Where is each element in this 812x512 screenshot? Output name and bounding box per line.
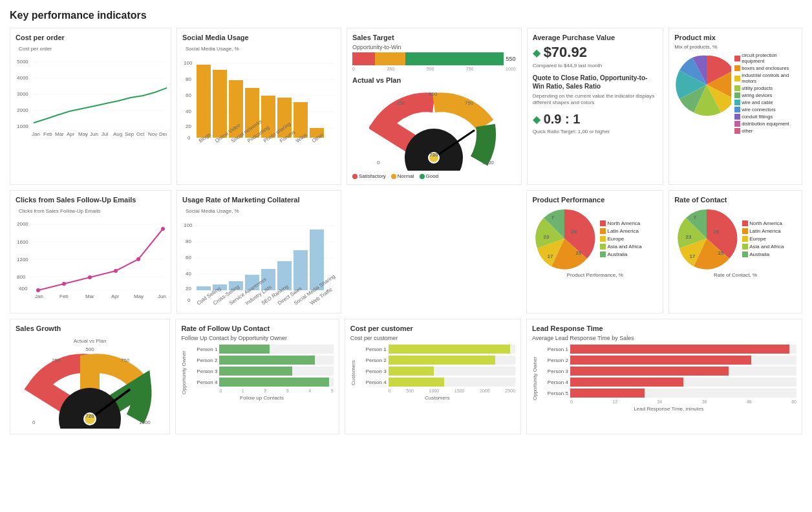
svg-text:28: 28 <box>572 229 577 235</box>
svg-text:2000: 2000 <box>17 107 28 113</box>
usage-rate-chart: Social Media Usage, % 100 80 60 40 20 0 <box>182 206 337 306</box>
clicks-followup-title: Clicks from Sales Follow-Up Emails <box>16 196 166 204</box>
svg-text:25: 25 <box>576 250 582 256</box>
clicks-followup-chart: Clicks from Sales Follow-Up Emails 2000 … <box>16 206 167 300</box>
svg-text:1200: 1200 <box>17 257 28 262</box>
svg-point-74 <box>114 269 118 273</box>
social-media-card: Social Media Usage Social Media Usage, %… <box>176 28 341 185</box>
page-title: Key performance indicators <box>10 10 802 21</box>
svg-text:Cost per order: Cost per order <box>19 46 52 52</box>
sales-growth-gauge: Actual vs Plan 500 720 0 250 750 1000 <box>21 335 160 429</box>
svg-text:1000: 1000 <box>17 123 28 129</box>
cost-per-order-chart: Cost per order 5000 4000 3000 2000 1000 … <box>16 44 167 141</box>
cost-per-customer-card: Cost per customer Cost per customer Cust… <box>345 319 521 434</box>
svg-text:100: 100 <box>184 222 193 228</box>
opportunity-label: Opportunity-to-Win <box>352 44 516 50</box>
normal-legend: Normal <box>391 173 414 179</box>
svg-text:0: 0 <box>377 160 380 165</box>
svg-text:250: 250 <box>52 357 61 363</box>
svg-text:7: 7 <box>694 215 697 220</box>
followup-row-3: Person 3 <box>190 367 333 376</box>
product-performance-card: Product Performance <box>526 190 663 314</box>
svg-text:1000: 1000 <box>482 160 494 165</box>
svg-rect-36 <box>213 70 227 138</box>
social-media-title: Social Media Usage <box>182 34 336 41</box>
lead-response-card: Lead Response Time Average Lead Response… <box>526 319 802 434</box>
svg-text:Clicks from Sales Follow-Up Em: Clicks from Sales Follow-Up Emails <box>19 208 100 214</box>
sales-target-title: Sales Target <box>352 34 516 41</box>
svg-text:100: 100 <box>184 60 193 66</box>
product-mix-card: Product mix Mix of products, % circuit p… <box>668 28 802 185</box>
cost-per-customer-chart-title: Cost per customer <box>350 335 515 341</box>
svg-point-73 <box>88 275 92 279</box>
svg-point-75 <box>136 257 140 261</box>
lead-response-x-label: Lead Response Time, minutes <box>541 406 796 412</box>
actual-vs-plan-gauge: 0 250 500 750 1000 720 <box>369 87 498 171</box>
svg-text:Apr: Apr <box>67 131 75 137</box>
svg-text:0: 0 <box>32 420 36 425</box>
svg-text:40: 40 <box>186 271 191 277</box>
lead-response-chart-title: Average Lead Response Time by Sales <box>532 335 796 341</box>
product-mix-pie <box>674 52 731 117</box>
cost-customer-row-2: Person 2 <box>359 356 515 365</box>
svg-text:Apr: Apr <box>111 293 120 299</box>
sales-growth-title: Sales Growth <box>16 325 164 332</box>
svg-text:Mar: Mar <box>85 293 94 299</box>
cost-customer-x-label: Customers <box>359 395 515 401</box>
svg-text:Actual vs Plan: Actual vs Plan <box>73 338 106 344</box>
cost-customer-row-4: Person 4 <box>359 378 515 387</box>
svg-text:800: 800 <box>17 274 26 280</box>
svg-rect-101 <box>294 250 308 290</box>
svg-text:0: 0 <box>187 135 191 141</box>
followup-row-4: Person 4 <box>190 378 333 387</box>
avg-purchase-value: $70.92 <box>544 44 587 61</box>
svg-text:20: 20 <box>186 286 191 292</box>
followup-x-label: Follow up Contacts <box>190 395 333 401</box>
cost-customer-row-3: Person 3 <box>359 367 515 376</box>
svg-text:Jan: Jan <box>35 293 43 299</box>
avg-purchase-card: Average Purchase Value ◆ $70.92 Compared… <box>527 28 664 185</box>
product-performance-pie: 28 25 17 23 7 <box>532 206 597 271</box>
svg-text:Jun: Jun <box>90 131 98 137</box>
followup-row-1: Person 1 <box>190 345 333 354</box>
cost-per-order-title: Cost per order <box>16 34 166 41</box>
svg-text:3000: 3000 <box>17 91 28 97</box>
svg-text:17: 17 <box>548 253 553 259</box>
spacer-col3 <box>347 190 521 314</box>
sales-target-card: Sales Target Opportunity-to-Win 550 0250… <box>347 28 522 185</box>
svg-text:Feb: Feb <box>59 293 69 299</box>
svg-text:Mar: Mar <box>55 131 64 137</box>
lead-row-5: Person 5 <box>541 389 796 398</box>
svg-text:20: 20 <box>186 123 191 129</box>
svg-rect-95 <box>197 286 211 290</box>
svg-rect-35 <box>197 65 211 138</box>
svg-text:Sep: Sep <box>125 131 134 137</box>
svg-text:17: 17 <box>690 253 696 259</box>
svg-text:Dec: Dec <box>159 131 167 137</box>
cost-per-order-card: Cost per order Cost per order 5000 4000 … <box>10 28 171 185</box>
svg-rect-41 <box>294 102 308 138</box>
svg-text:80: 80 <box>186 76 191 82</box>
usage-rate-card: Usage Rate of Marketing Collateral Socia… <box>176 190 341 314</box>
ratio-title: Quote to Close Ratio, Opportunity-to-Win… <box>533 74 658 91</box>
satisfactory-legend: Satisfactory <box>352 173 386 179</box>
svg-text:Nov: Nov <box>148 131 157 137</box>
svg-text:Social Media Usage, %: Social Media Usage, % <box>186 46 239 52</box>
followup-contact-title: Rate of Follow Up Contact <box>181 325 333 332</box>
svg-text:500: 500 <box>429 91 438 97</box>
svg-text:23: 23 <box>544 234 550 240</box>
svg-text:4000: 4000 <box>17 75 28 81</box>
rate-of-contact-card: Rate of Contact 28 25 17 23 7 North Amer… <box>668 190 802 314</box>
lead-response-title: Lead Response Time <box>532 325 796 332</box>
svg-text:1600: 1600 <box>17 239 28 245</box>
avg-purchase-title: Average Purchase Value <box>533 34 658 41</box>
clicks-followup-card: Clicks from Sales Follow-Up Emails Click… <box>10 190 171 314</box>
lead-row-1: Person 1 <box>541 345 796 354</box>
svg-text:Jun: Jun <box>158 293 166 299</box>
svg-text:Oct: Oct <box>136 131 145 137</box>
followup-row-2: Person 2 <box>190 356 333 365</box>
svg-point-71 <box>36 288 40 292</box>
svg-text:2000: 2000 <box>17 221 28 227</box>
svg-text:Jul: Jul <box>102 131 108 137</box>
svg-text:80: 80 <box>186 239 191 244</box>
